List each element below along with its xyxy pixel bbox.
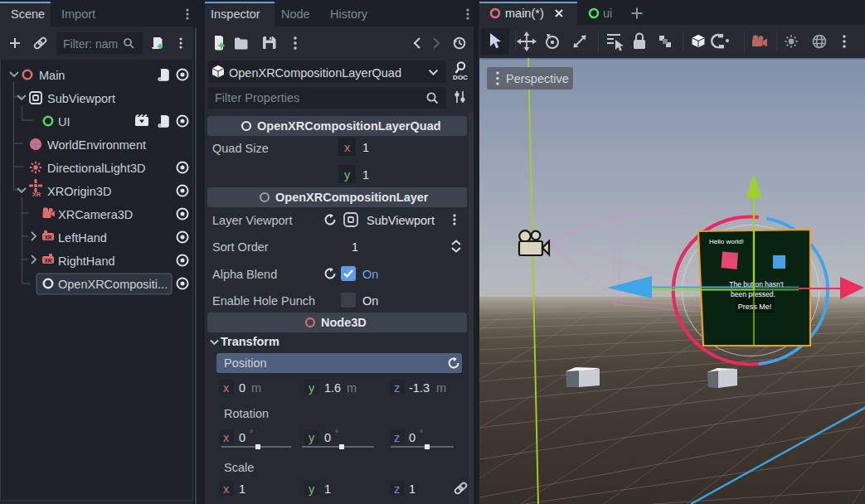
svg-text:XR: XR bbox=[44, 258, 51, 264]
svg-text:XR: XR bbox=[32, 191, 41, 198]
svg-text:XR: XR bbox=[44, 235, 51, 240]
svg-text:Hello world!: Hello world! bbox=[709, 238, 744, 245]
svg-text:Perspective: Perspective bbox=[506, 72, 569, 85]
svg-text:DOC: DOC bbox=[453, 74, 468, 81]
